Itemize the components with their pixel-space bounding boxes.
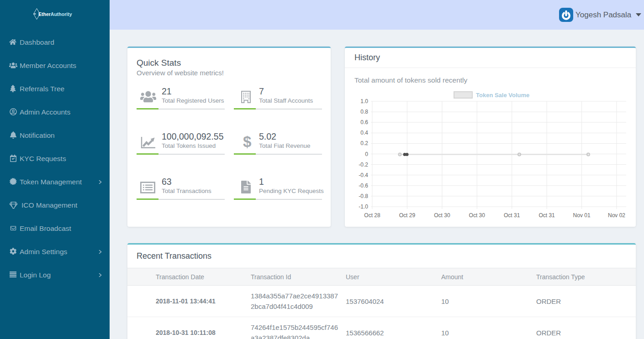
svg-text:Oct 31: Oct 31 (538, 212, 555, 219)
svg-text:Oct 29: Oct 29 (399, 212, 416, 219)
svg-text:0: 0 (365, 151, 368, 157)
svg-text:Oct 30: Oct 30 (469, 212, 486, 219)
svg-text:Nov 02: Nov 02 (608, 212, 625, 219)
svg-text:Oct 31: Oct 31 (504, 212, 520, 219)
svg-text:-0.8: -0.8 (359, 193, 368, 199)
svg-text:0.2: 0.2 (360, 140, 368, 146)
svg-text:0.6: 0.6 (360, 119, 368, 125)
svg-text:-1.0: -1.0 (359, 203, 368, 210)
svg-text:0.4: 0.4 (360, 130, 368, 136)
svg-text:1.0: 1.0 (360, 98, 368, 104)
svg-text:-0.4: -0.4 (359, 172, 368, 178)
svg-text:0.8: 0.8 (360, 109, 368, 115)
svg-text:-0.6: -0.6 (359, 183, 368, 189)
svg-text:-0.2: -0.2 (359, 162, 368, 168)
svg-text:Oct 30: Oct 30 (434, 212, 450, 219)
svg-text:Oct 28: Oct 28 (364, 212, 380, 219)
svg-text:Nov 01: Nov 01 (573, 212, 591, 219)
